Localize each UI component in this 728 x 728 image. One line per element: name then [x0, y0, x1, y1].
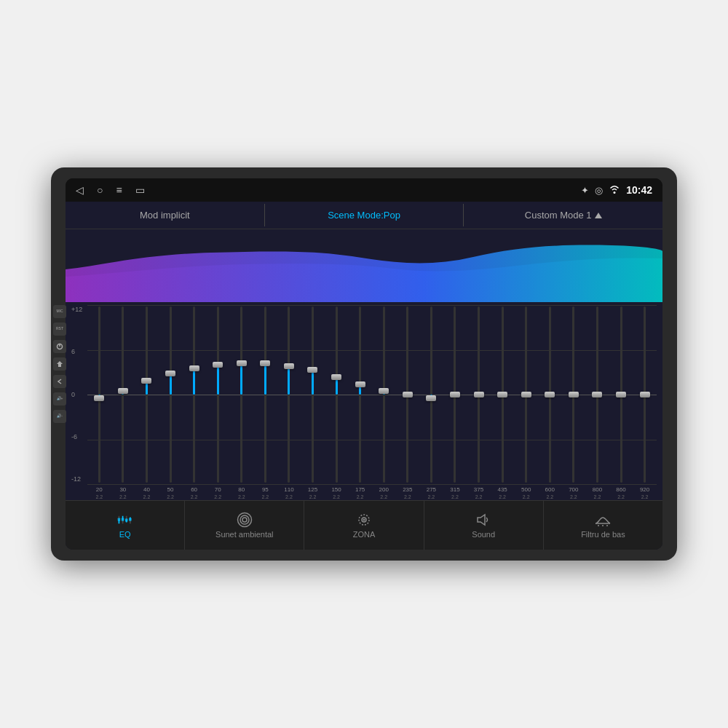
slider-thumb-20[interactable]: [94, 395, 104, 401]
slider-thumb-200[interactable]: [379, 388, 389, 394]
ambient-icon: [236, 512, 253, 528]
slider-thumb-435[interactable]: [497, 392, 507, 397]
vol-down-button[interactable]: 🔊-: [53, 410, 66, 423]
slider-thumb-50[interactable]: [165, 371, 175, 376]
rst-button[interactable]: RST: [53, 323, 66, 336]
slider-thumb-150[interactable]: [331, 374, 341, 380]
slider-col-175[interactable]: [348, 305, 372, 484]
fc-label-920: 920: [633, 486, 657, 494]
slider-track-150: [336, 306, 338, 483]
back-nav-button[interactable]: ◁: [76, 184, 84, 196]
slider-thumb-125[interactable]: [307, 367, 317, 373]
slider-col-30[interactable]: [111, 305, 135, 484]
slider-track-315: [454, 306, 456, 483]
slider-thumb-30[interactable]: [118, 388, 128, 394]
slider-thumb-175[interactable]: [355, 381, 365, 387]
tab-filtru[interactable]: Filtru de bas: [544, 501, 662, 550]
slider-thumb-40[interactable]: [141, 378, 151, 384]
slider-track-125: [312, 306, 314, 483]
tab-sunet[interactable]: Sunet ambiental: [185, 501, 304, 550]
power-button[interactable]: [53, 340, 66, 353]
slider-thumb-800[interactable]: [592, 392, 602, 397]
vol-up-label: 🔊+: [57, 397, 63, 401]
q-label-275: 2.2: [419, 494, 443, 500]
slider-track-30: [122, 306, 124, 483]
tab-eq[interactable]: EQ: [66, 501, 185, 550]
slider-col-60[interactable]: [182, 305, 206, 484]
slider-col-200[interactable]: [372, 305, 396, 484]
mode-implicit[interactable]: Mod implicit: [66, 204, 265, 226]
side-buttons: MIC RST 🔊+ 🔊-: [50, 305, 70, 423]
slider-col-600[interactable]: [538, 305, 562, 484]
slider-col-275[interactable]: [419, 305, 443, 484]
slider-thumb-500[interactable]: [521, 392, 531, 397]
tab-sound[interactable]: Sound: [424, 501, 544, 550]
mode-scene[interactable]: Scene Mode:Pop: [265, 204, 464, 226]
q-label-110: 2.2: [277, 494, 301, 500]
slider-thumb-60[interactable]: [189, 365, 199, 371]
slider-thumb-275[interactable]: [426, 395, 436, 401]
slider-col-150[interactable]: [325, 305, 349, 484]
mic-button[interactable]: MIC: [53, 305, 66, 318]
svg-point-15: [242, 518, 247, 522]
home-nav-button[interactable]: ○: [97, 184, 103, 196]
fc-label-175: 175: [348, 486, 372, 494]
fc-label-50: 50: [159, 486, 183, 494]
fc-label-860: 860: [609, 486, 633, 494]
home-button[interactable]: [53, 357, 66, 371]
bluetooth-icon: ✦: [581, 185, 589, 196]
freq-col-800: 8002.2: [585, 486, 609, 500]
slider-col-80[interactable]: [229, 305, 253, 484]
slider-col-110[interactable]: [277, 305, 301, 484]
q-label-500: 2.2: [514, 494, 538, 500]
slider-col-125[interactable]: [301, 305, 325, 484]
slider-thumb-315[interactable]: [450, 392, 460, 397]
fc-label-275: 275: [419, 486, 443, 494]
slider-track-200: [383, 306, 385, 483]
slider-thumb-375[interactable]: [474, 392, 484, 397]
mode-custom[interactable]: Custom Mode 1: [464, 204, 662, 226]
svg-rect-5: [117, 518, 119, 521]
slider-col-500[interactable]: [514, 305, 538, 484]
sound-icon: [475, 512, 492, 528]
slider-col-50[interactable]: [159, 305, 183, 484]
vol-up-button[interactable]: 🔊+: [53, 392, 66, 405]
slider-thumb-110[interactable]: [284, 363, 294, 369]
tab-zona-label: ZONA: [353, 530, 376, 539]
fc-label-80: 80: [229, 486, 253, 494]
slider-col-40[interactable]: [135, 305, 159, 484]
back-button[interactable]: [53, 375, 66, 388]
slider-thumb-600[interactable]: [545, 392, 555, 397]
screen: ◁ ○ ≡ ▭ ✦ ◎ 10:42: [66, 178, 662, 550]
bottom-nav: EQ Sunet ambiental: [66, 500, 662, 550]
slider-thumb-80[interactable]: [237, 360, 247, 366]
tab-sunet-label: Sunet ambiental: [215, 530, 274, 539]
slider-thumb-920[interactable]: [640, 392, 650, 397]
slider-col-235[interactable]: [396, 305, 420, 484]
slider-col-860[interactable]: [609, 305, 633, 484]
slider-col-920[interactable]: [633, 305, 657, 484]
slider-col-800[interactable]: [585, 305, 609, 484]
slider-thumb-235[interactable]: [403, 392, 413, 397]
slider-col-700[interactable]: [562, 305, 586, 484]
slider-thumb-700[interactable]: [569, 392, 579, 397]
slider-col-95[interactable]: [253, 305, 277, 484]
slider-thumb-70[interactable]: [213, 362, 223, 368]
slider-thumb-95[interactable]: [260, 360, 270, 366]
tab-zona[interactable]: ZONA: [304, 501, 424, 550]
slider-track-95: [264, 306, 266, 483]
db-label-6m: -6: [71, 434, 87, 440]
slider-col-20[interactable]: [87, 305, 111, 484]
slider-col-375[interactable]: [467, 305, 491, 484]
slider-col-70[interactable]: [206, 305, 230, 484]
recent-nav-button[interactable]: ▭: [135, 184, 145, 196]
q-label-200: 2.2: [372, 494, 396, 500]
menu-nav-button[interactable]: ≡: [116, 184, 122, 196]
q-label-80: 2.2: [229, 494, 253, 500]
q-label-30: 2.2: [111, 494, 135, 500]
q-label-700: 2.2: [562, 494, 586, 500]
slider-col-435[interactable]: [491, 305, 515, 484]
slider-col-315[interactable]: [443, 305, 467, 484]
slider-track-175: [359, 306, 361, 483]
slider-thumb-860[interactable]: [616, 392, 626, 397]
